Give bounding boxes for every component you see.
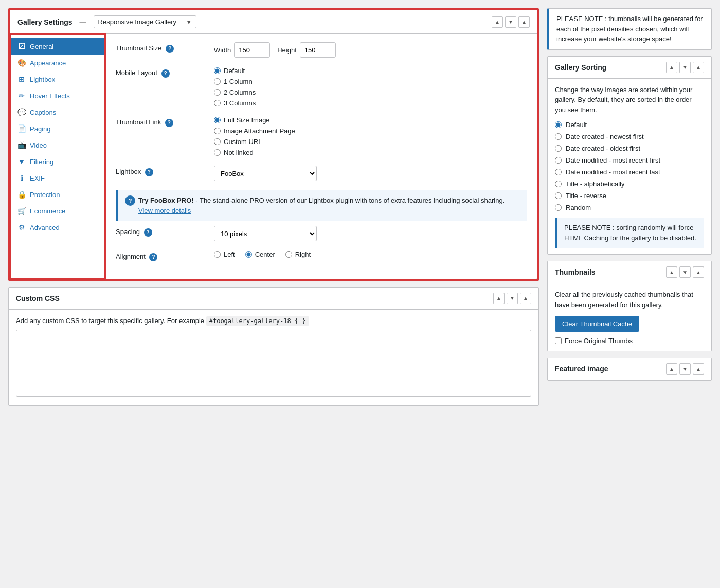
panel-expand-button[interactable]: ▲ xyxy=(518,16,530,28)
featured-image-header: Featured image ▲ ▼ ▲ xyxy=(548,358,711,380)
gallery-sorting-description: Change the way images are sorted within … xyxy=(555,85,704,115)
sidebar-item-label: Protection xyxy=(30,191,60,199)
thumbnails-panel: Thumbnails ▲ ▼ ▲ Clear all the previousl… xyxy=(547,261,712,351)
thumbnails-title: Thumbnails xyxy=(555,268,596,276)
custom-css-down-button[interactable]: ▼ xyxy=(507,293,518,304)
thumbnails-up-button[interactable]: ▲ xyxy=(666,266,677,278)
sort-random[interactable]: Random xyxy=(555,204,704,211)
sorting-expand-button[interactable]: ▲ xyxy=(693,62,704,73)
featured-image-down-button[interactable]: ▼ xyxy=(679,363,691,375)
sidebar-item-paging[interactable]: 📄 Paging xyxy=(10,120,105,137)
thumbnails-expand-button[interactable]: ▲ xyxy=(693,266,704,278)
sort-default[interactable]: Default xyxy=(555,121,704,129)
thumbnail-size-row: Thumbnail Size ? Width Height xyxy=(116,42,527,58)
lightbox-label: Lightbox ? xyxy=(116,166,206,176)
thumbnails-description: Clear all the previously cached thumbnai… xyxy=(555,290,704,310)
mobile-layout-label: Mobile Layout ? xyxy=(116,67,206,78)
sidebar-item-label: Lightbox xyxy=(30,76,55,83)
panel-down-button[interactable]: ▼ xyxy=(505,16,516,28)
clear-thumbnail-cache-button[interactable]: Clear Thumbnail Cache xyxy=(555,316,639,332)
force-original-checkbox[interactable] xyxy=(555,337,562,344)
sort-title-alpha[interactable]: Title - alphabetically xyxy=(555,180,704,188)
gallery-sorting-panel: Gallery Sorting ▲ ▼ ▲ Change the way ima… xyxy=(547,56,712,255)
thumbnail-size-help-icon[interactable]: ? xyxy=(166,45,174,53)
mobile-layout-3col[interactable]: 3 Columns xyxy=(214,99,527,107)
sidebar-item-captions[interactable]: 💬 Captions xyxy=(10,104,105,120)
mobile-layout-help-icon[interactable]: ? xyxy=(161,69,170,78)
sidebar-item-video[interactable]: 📺 Video xyxy=(10,137,105,153)
custom-css-panel: Custom CSS ▲ ▼ ▲ Add any custom CSS to t… xyxy=(8,287,539,406)
foobox-promo-text: Try FooBox PRO! - The stand-alone PRO ve… xyxy=(138,195,519,216)
sidebar-item-hover-effects[interactable]: ✏ Hover Effects xyxy=(10,87,105,104)
sort-date-oldest[interactable]: Date created - oldest first xyxy=(555,145,704,152)
force-original-thumbs[interactable]: Force Original Thumbs xyxy=(555,337,704,345)
width-input[interactable] xyxy=(234,42,270,58)
sidebar-item-label: Hover Effects xyxy=(30,92,70,100)
lightbox-select[interactable]: FooBox None xyxy=(214,166,317,181)
thumbnail-link-none[interactable]: Not linked xyxy=(214,149,527,156)
sort-modified-recent-first[interactable]: Date modified - most recent first xyxy=(555,156,704,164)
sidebar-item-advanced[interactable]: ⚙ Advanced xyxy=(10,219,105,236)
lightbox-control: FooBox None xyxy=(214,166,527,181)
sort-date-newest[interactable]: Date created - newest first xyxy=(555,133,704,140)
sidebar-item-ecommerce[interactable]: 🛒 Ecommerce xyxy=(10,203,105,219)
advanced-icon: ⚙ xyxy=(17,223,26,231)
sorting-up-button[interactable]: ▲ xyxy=(666,62,677,73)
gallery-sorting-title: Gallery Sorting xyxy=(555,63,606,72)
sidebar-item-label: Filtering xyxy=(30,158,53,166)
paging-icon: 📄 xyxy=(17,124,26,133)
sort-title-reverse[interactable]: Title - reverse xyxy=(555,192,704,200)
thumbnails-body: Clear all the previously cached thumbnai… xyxy=(548,283,711,351)
general-icon: 🖼 xyxy=(17,42,26,50)
custom-css-up-button[interactable]: ▲ xyxy=(493,293,505,304)
sidebar-item-lightbox[interactable]: ⊞ Lightbox xyxy=(10,71,105,87)
spacing-select[interactable]: 5 pixels 10 pixels 15 pixels 20 pixels xyxy=(214,226,317,241)
sorting-note-box: PLEASE NOTE : sorting randomly will forc… xyxy=(555,218,704,248)
thumbnails-down-button[interactable]: ▼ xyxy=(679,266,691,278)
sorting-down-button[interactable]: ▼ xyxy=(679,62,691,73)
thumbnail-link-custom[interactable]: Custom URL xyxy=(214,138,527,146)
thumbnail-link-help-icon[interactable]: ? xyxy=(165,119,173,127)
lightbox-help-icon[interactable]: ? xyxy=(145,168,153,176)
featured-image-up-button[interactable]: ▲ xyxy=(666,363,677,375)
alignment-center[interactable]: Center xyxy=(245,251,275,258)
sidebar-item-label: EXIF xyxy=(30,174,45,182)
settings-content: Thumbnail Size ? Width Height xyxy=(105,34,537,279)
spacing-help-icon[interactable]: ? xyxy=(144,228,152,237)
sidebar-item-general[interactable]: 🖼 General xyxy=(10,38,105,55)
sidebar-item-exif[interactable]: ℹ EXIF xyxy=(10,170,105,186)
height-input[interactable] xyxy=(300,42,336,58)
mobile-layout-control: Default 1 Column 2 Columns 3 Columns xyxy=(214,67,527,107)
gallery-sorting-body: Change the way images are sorted within … xyxy=(548,79,711,255)
panel-up-button[interactable]: ▲ xyxy=(492,16,503,28)
sidebar-item-label: Ecommerce xyxy=(30,207,65,215)
sidebar-item-filtering[interactable]: ▼ Filtering xyxy=(10,153,105,170)
sidebar-item-label: Advanced xyxy=(30,224,60,231)
mobile-layout-default[interactable]: Default xyxy=(214,67,527,75)
alignment-help-icon[interactable]: ? xyxy=(149,253,157,261)
thumbnail-link-attachment[interactable]: Image Attachment Page xyxy=(214,127,527,135)
custom-css-title: Custom CSS xyxy=(16,294,60,302)
thumbnails-header: Thumbnails ▲ ▼ ▲ xyxy=(548,261,711,283)
alignment-right[interactable]: Right xyxy=(285,251,311,258)
gallery-selector[interactable]: Responsive Image Gallery ▼ xyxy=(94,15,196,28)
mobile-layout-1col[interactable]: 1 Column xyxy=(214,78,527,85)
alignment-left[interactable]: Left xyxy=(214,251,235,258)
thumbnail-link-fullsize[interactable]: Full Size Image xyxy=(214,116,527,124)
thumbnail-link-row: Thumbnail Link ? Full Size Image Image A… xyxy=(116,116,527,156)
alignment-row: Alignment ? Left Center xyxy=(116,251,527,261)
sort-modified-recent-last[interactable]: Date modified - most recent last xyxy=(555,168,704,176)
custom-css-expand-button[interactable]: ▲ xyxy=(520,293,531,304)
thumbnail-size-label: Thumbnail Size ? xyxy=(116,42,206,53)
mobile-layout-2col[interactable]: 2 Columns xyxy=(214,88,527,96)
appearance-icon: 🎨 xyxy=(17,59,26,67)
sidebar-item-appearance[interactable]: 🎨 Appearance xyxy=(10,55,105,71)
foobox-promo-link[interactable]: View more details xyxy=(138,207,191,215)
spacing-row: Spacing ? 5 pixels 10 pixels 15 pixels 2… xyxy=(116,226,527,241)
panel-dash: — xyxy=(80,18,86,26)
sidebar-item-protection[interactable]: 🔒 Protection xyxy=(10,186,105,203)
featured-image-expand-button[interactable]: ▲ xyxy=(693,363,704,375)
custom-css-textarea[interactable] xyxy=(16,330,531,397)
sidebar-item-label: Video xyxy=(30,141,47,149)
featured-image-panel: Featured image ▲ ▼ ▲ xyxy=(547,358,712,381)
